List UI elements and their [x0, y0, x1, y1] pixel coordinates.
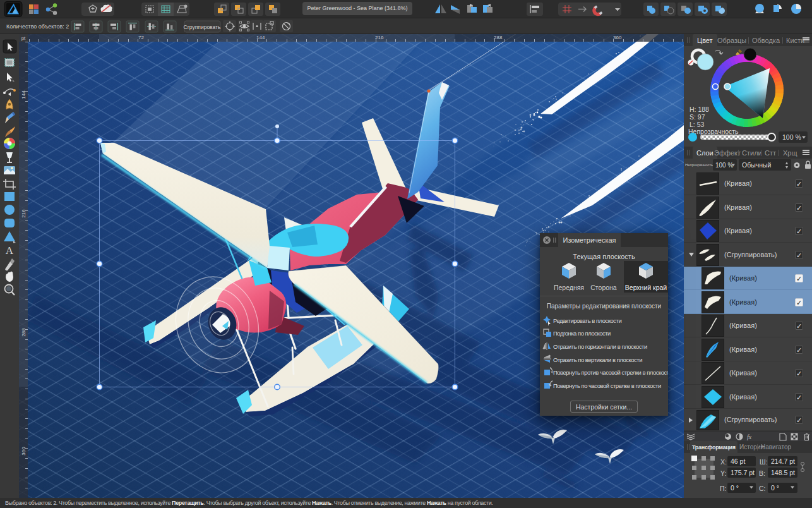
svg-text:Количество объектов: 2: Количество объектов: 2 — [6, 23, 69, 30]
svg-text:Сгруппировать: Сгруппировать — [184, 24, 221, 30]
svg-text:175.7 pt: 175.7 pt — [731, 469, 755, 476]
svg-text:П:: П: — [720, 485, 726, 492]
svg-text:46 pt: 46 pt — [731, 457, 745, 465]
svg-text:100 %: 100 % — [715, 162, 733, 169]
svg-text:0 °: 0 ° — [731, 484, 739, 492]
svg-text:A: A — [6, 245, 14, 257]
svg-text:Непрозрачность: Непрозрачность — [685, 162, 713, 167]
svg-text:Обычный: Обычный — [742, 161, 772, 169]
svg-text:148.5 pt: 148.5 pt — [771, 469, 795, 476]
svg-text:Y:: Y: — [720, 469, 726, 477]
svg-text:X:: X: — [720, 458, 727, 466]
svg-text:Передняя: Передняя — [554, 284, 584, 291]
svg-text:Сторона: Сторона — [590, 284, 617, 291]
svg-text:fx: fx — [747, 433, 752, 440]
svg-text:100 %: 100 % — [782, 133, 801, 141]
svg-text:Верхний край: Верхний край — [625, 284, 667, 291]
svg-text:Ш:: Ш: — [760, 458, 768, 466]
svg-text:S: 97: S: 97 — [690, 113, 705, 121]
svg-text:В:: В: — [759, 469, 765, 477]
svg-text:H: 188: H: 188 — [690, 106, 709, 113]
svg-text:С:: С: — [759, 485, 766, 492]
svg-text:214.7 pt: 214.7 pt — [771, 457, 795, 465]
svg-text:0 °: 0 ° — [771, 484, 779, 492]
